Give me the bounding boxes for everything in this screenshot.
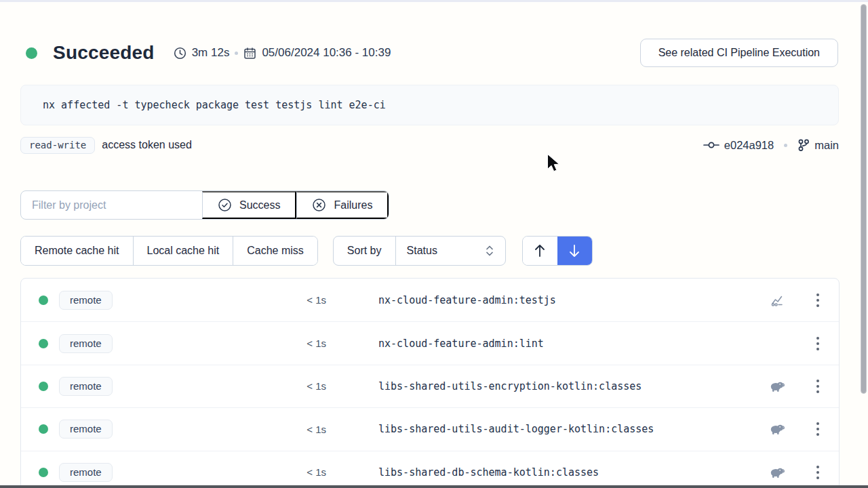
command-box: nx affected -t typecheck package test te… xyxy=(20,85,839,125)
cache-miss-button[interactable]: Cache miss xyxy=(233,237,317,265)
status-dot xyxy=(26,47,37,59)
project-filter-segment xyxy=(21,191,202,219)
branch-icon xyxy=(797,139,810,152)
task-row[interactable]: remote < 1s nx-cloud-feature-admin:lint xyxy=(21,321,839,364)
task-name: nx-cloud-feature-admin:testjs xyxy=(378,294,759,306)
local-cache-hit-button[interactable]: Local cache hit xyxy=(133,237,233,265)
cache-source-badge: remote xyxy=(59,291,113,310)
controls-bar: Remote cache hit Local cache hit Cache m… xyxy=(20,236,593,266)
date-meta: 05/06/2024 10:36 - 10:39 xyxy=(243,46,391,60)
project-filter-input[interactable] xyxy=(21,199,202,211)
task-status-dot xyxy=(39,468,48,477)
commit-icon xyxy=(703,140,719,150)
gradle-icon xyxy=(769,466,786,479)
gradle-icon xyxy=(769,380,786,392)
window-bottom-edge xyxy=(0,485,868,488)
remote-cache-hit-button[interactable]: Remote cache hit xyxy=(21,237,133,265)
sort-by-label: Sort by xyxy=(334,237,395,265)
calendar-icon xyxy=(243,47,256,60)
mouse-cursor xyxy=(547,153,561,173)
cache-source-badge: remote xyxy=(59,377,113,396)
vcs-info: e024a918 main xyxy=(703,139,839,152)
sort-descending-button[interactable] xyxy=(557,237,592,265)
duration-text: 3m 12s xyxy=(192,46,230,60)
related-pipeline-button[interactable]: See related CI Pipeline Execution xyxy=(640,39,838,67)
task-name: nx-cloud-feature-admin:lint xyxy=(378,338,759,350)
gradle-icon xyxy=(769,423,786,435)
circle-x-icon xyxy=(312,198,326,212)
chevron-updown-icon xyxy=(485,245,494,257)
token-row: read-write access token used e024a918 ma… xyxy=(20,135,839,155)
task-duration: < 1s xyxy=(285,380,326,392)
success-filter-label: Success xyxy=(239,199,280,211)
scrollbar-thumb[interactable] xyxy=(861,4,867,394)
task-row[interactable]: remote < 1s libs-shared-utils-encryption… xyxy=(21,365,839,407)
dot-separator xyxy=(235,52,238,55)
row-menu-button[interactable] xyxy=(812,418,823,440)
task-status-dot xyxy=(39,424,48,434)
command-text: nx affected -t typecheck package test te… xyxy=(43,99,386,111)
task-row[interactable]: remote < 1s nx-cloud-feature-admin:testj… xyxy=(21,279,839,321)
task-duration: < 1s xyxy=(285,424,326,435)
failures-filter-button[interactable]: Failures xyxy=(296,191,389,219)
arrow-up-icon xyxy=(534,243,546,258)
row-menu-button[interactable] xyxy=(812,375,823,397)
run-header: Succeeded 3m 12s 05/06/2024 10:36 - 10:3… xyxy=(26,39,838,67)
task-status-dot xyxy=(39,339,48,348)
task-status-dot xyxy=(39,296,48,305)
row-menu-button[interactable] xyxy=(812,333,823,354)
sort-direction-toggle xyxy=(522,236,593,266)
filter-bar: Success Failures xyxy=(20,190,389,220)
task-row[interactable]: remote < 1s libs-shared-utils-audit-logg… xyxy=(21,407,839,450)
task-name: libs-shared-utils-audit-logger-kotlin:cl… xyxy=(378,423,759,435)
chart-icon xyxy=(770,293,786,308)
task-name: libs-shared-utils-encryption-kotlin:clas… xyxy=(378,380,759,392)
sort-field-select[interactable]: Status xyxy=(395,237,505,265)
token-text: access token used xyxy=(102,139,192,151)
circle-check-icon xyxy=(218,198,232,212)
task-duration: < 1s xyxy=(285,466,326,478)
cache-source-badge: remote xyxy=(59,334,113,353)
task-duration: < 1s xyxy=(285,294,326,306)
sort-field-value: Status xyxy=(407,245,437,257)
cache-source-badge: remote xyxy=(59,463,113,482)
top-divider xyxy=(0,0,868,2)
clock-icon xyxy=(174,47,186,60)
task-name: libs-shared-db-schema-kotlin:classes xyxy=(378,466,759,479)
failures-filter-label: Failures xyxy=(334,199,372,211)
arrow-down-icon xyxy=(568,243,580,258)
branch-name[interactable]: main xyxy=(814,139,839,152)
sort-ascending-button[interactable] xyxy=(523,237,557,265)
success-filter-button[interactable]: Success xyxy=(202,191,296,219)
token-scope-badge: read-write xyxy=(20,137,95,154)
task-list: remote < 1s nx-cloud-feature-admin:testj… xyxy=(20,278,840,488)
task-status-dot xyxy=(39,382,48,391)
cache-source-badge: remote xyxy=(59,420,113,439)
task-duration: < 1s xyxy=(285,338,326,349)
dot-separator xyxy=(784,144,787,147)
task-row[interactable]: remote < 1s libs-shared-db-schema-kotlin… xyxy=(21,451,839,488)
status-title: Succeeded xyxy=(53,42,155,64)
commit-hash[interactable]: e024a918 xyxy=(724,139,774,152)
duration-meta: 3m 12s xyxy=(174,46,230,60)
row-menu-button[interactable] xyxy=(812,462,823,483)
date-range-text: 05/06/2024 10:36 - 10:39 xyxy=(262,46,391,60)
row-menu-button[interactable] xyxy=(812,289,823,311)
